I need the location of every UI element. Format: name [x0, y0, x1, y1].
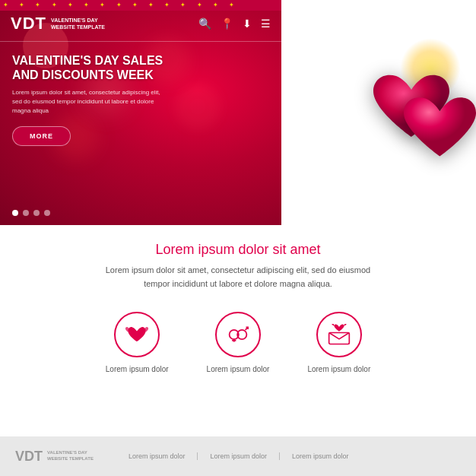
icon-label-2: Lorem ipsum dolor [207, 365, 270, 373]
section-title: Lorem ipsum dolor sit amet [30, 242, 446, 258]
section-desc: Lorem ipsum dolor sit amet, consectetur … [94, 264, 382, 290]
icon-item-3: Lorem ipsum dolor [307, 312, 370, 373]
more-button[interactable]: MORE [12, 126, 71, 146]
footer-link-1[interactable]: Lorem ipsum dolor [116, 452, 198, 460]
fairy-lights-bar [0, 0, 281, 11]
footer-link-3[interactable]: Lorem ipsum dolor [280, 452, 361, 460]
footer-links: Lorem ipsum dolor Lorem ipsum dolor Lore… [116, 452, 361, 460]
hero-card: VDT VALENTINE'S DAY WEBSITE TEMPLATE 🔍 📍… [0, 0, 281, 225]
nav-logo: VDT VALENTINE'S DAY WEBSITE TEMPLATE [11, 15, 105, 32]
hero-content: VALENTINE'S DAY SALES AND DISCOUNTS WEEK… [12, 53, 164, 146]
nav-bar: VDT VALENTINE'S DAY WEBSITE TEMPLATE 🔍 📍… [0, 11, 281, 36]
envelope-heart-icon [316, 312, 362, 357]
section-heading: Lorem ipsum dolor sit amet Lorem ipsum d… [0, 225, 476, 295]
heart-wings-icon [114, 312, 160, 357]
slide-dots [12, 210, 50, 216]
below-fold: Lorem ipsum dolor sit amet Lorem ipsum d… [0, 225, 476, 381]
icons-row: Lorem ipsum dolor Lorem ipsum dolor [0, 295, 476, 381]
dot-3[interactable] [33, 210, 40, 216]
nav-divider [0, 41, 281, 42]
download-icon[interactable]: ⬇ [243, 17, 252, 30]
gender-icon [215, 312, 261, 357]
dot-2[interactable] [23, 210, 29, 216]
logo-vdt: VDT [11, 15, 46, 32]
footer-logo: VDT VALENTINE'S DAY WEBSITE TEMPLATE [15, 449, 94, 465]
nav-icons: 🔍 📍 ⬇ ☰ [198, 17, 271, 30]
heart-front [400, 91, 476, 167]
hero-body: Lorem ipsum dolor sit amet, consectetur … [12, 88, 164, 116]
dot-4[interactable] [44, 210, 50, 216]
search-icon[interactable]: 🔍 [198, 17, 211, 30]
icon-label-3: Lorem ipsum dolor [307, 365, 370, 373]
logo-text: VALENTINE'S DAY WEBSITE TEMPLATE [51, 17, 105, 30]
dot-1[interactable] [12, 210, 18, 216]
icon-item-2: Lorem ipsum dolor [207, 312, 270, 373]
icon-item-1: Lorem ipsum dolor [106, 312, 169, 373]
footer: VDT VALENTINE'S DAY WEBSITE TEMPLATE Lor… [0, 436, 476, 476]
hearts-illustration [354, 30, 476, 198]
menu-icon[interactable]: ☰ [261, 17, 271, 30]
footer-link-2[interactable]: Lorem ipsum dolor [198, 452, 280, 460]
footer-logo-text: VALENTINE'S DAY WEBSITE TEMPLATE [47, 450, 94, 462]
icon-label-1: Lorem ipsum dolor [106, 365, 169, 373]
location-icon[interactable]: 📍 [221, 17, 233, 30]
footer-logo-vdt: VDT [15, 449, 43, 465]
hero-title: VALENTINE'S DAY SALES AND DISCOUNTS WEEK [12, 53, 164, 82]
